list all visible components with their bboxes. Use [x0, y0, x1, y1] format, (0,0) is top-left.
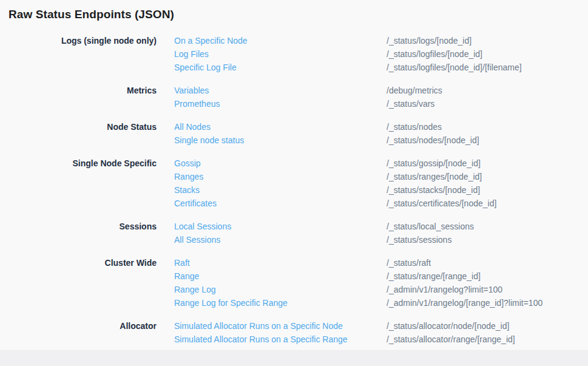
- endpoint-link[interactable]: Certificates: [174, 197, 387, 210]
- endpoint-row: Variables/debug/metrics: [174, 84, 588, 97]
- endpoint-row: Range Log for Specific Range/_admin/v1/r…: [174, 296, 588, 310]
- endpoint-row: Local Sessions/_status/local_sessions: [174, 220, 588, 233]
- endpoint-path: /_status/sessions: [387, 233, 451, 246]
- endpoint-link[interactable]: Raft: [174, 256, 387, 269]
- endpoint-path: /_admin/v1/rangelog?limit=100: [387, 283, 502, 296]
- category-label: Single Node Specific: [8, 157, 157, 170]
- endpoint-rows: On a Specific Node/_status/logs/[node_id…: [174, 34, 588, 74]
- endpoint-link[interactable]: Ranges: [174, 170, 387, 183]
- page-title: Raw Status Endpoints (JSON): [8, 8, 588, 21]
- endpoint-rows: All Nodes/_status/nodesSingle node statu…: [174, 120, 588, 147]
- endpoint-path: /_status/logfiles/[node_id]/[filename]: [387, 61, 522, 74]
- endpoint-path: /_status/logfiles/[node_id]: [387, 47, 482, 61]
- endpoint-link[interactable]: Specific Log File: [174, 61, 387, 74]
- category-label: Node Status: [8, 120, 157, 134]
- endpoint-section: MetricsVariables/debug/metricsPrometheus…: [8, 84, 588, 110]
- category-label: Cluster Wide: [8, 256, 157, 269]
- endpoint-path: /_status/range/[range_id]: [387, 269, 481, 283]
- endpoint-path: /_status/allocator/node/[node_id]: [387, 319, 509, 333]
- endpoint-link[interactable]: Local Sessions: [174, 220, 387, 233]
- endpoint-row: Range/_status/range/[range_id]: [174, 269, 588, 283]
- category-label: Allocator: [8, 319, 157, 333]
- category-label: Metrics: [8, 84, 157, 97]
- endpoint-section: Cluster WideRaft/_status/raftRange/_stat…: [8, 256, 588, 310]
- endpoint-section: Single Node SpecificGossip/_status/gossi…: [8, 157, 588, 210]
- endpoint-path: /_status/gossip/[node_id]: [387, 157, 481, 170]
- endpoint-section-list: Logs (single node only)On a Specific Nod…: [8, 34, 588, 346]
- endpoint-link[interactable]: Prometheus: [174, 97, 387, 110]
- endpoint-row: All Nodes/_status/nodes: [174, 120, 588, 134]
- endpoint-section: Node StatusAll Nodes/_status/nodesSingle…: [8, 120, 588, 147]
- endpoint-row: Specific Log File/_status/logfiles/[node…: [174, 61, 588, 74]
- endpoint-row: All Sessions/_status/sessions: [174, 233, 588, 246]
- endpoint-link[interactable]: Single node status: [174, 134, 387, 147]
- endpoint-row: Raft/_status/raft: [174, 256, 588, 269]
- endpoint-row: Stacks/_status/stacks/[node_id]: [174, 183, 588, 197]
- endpoint-rows: Local Sessions/_status/local_sessionsAll…: [174, 220, 588, 246]
- endpoint-path: /_status/allocator/range/[range_id]: [387, 333, 515, 346]
- endpoint-link[interactable]: Variables: [174, 84, 387, 97]
- endpoint-row: Ranges/_status/ranges/[node_id]: [174, 170, 588, 183]
- endpoint-path: /_status/stacks/[node_id]: [387, 183, 480, 197]
- endpoint-row: Gossip/_status/gossip/[node_id]: [174, 157, 588, 170]
- endpoint-row: Log Files/_status/logfiles/[node_id]: [174, 47, 588, 61]
- endpoint-path: /_status/ranges/[node_id]: [387, 170, 482, 183]
- endpoint-path: /_status/local_sessions: [387, 220, 474, 233]
- endpoint-path: /_status/nodes: [387, 120, 442, 134]
- endpoint-path: /debug/metrics: [387, 84, 442, 97]
- endpoint-path: /_status/certificates/[node_id]: [387, 197, 496, 210]
- endpoint-link[interactable]: Log Files: [174, 47, 387, 61]
- category-label: Logs (single node only): [8, 34, 157, 47]
- endpoint-row: Range Log/_admin/v1/rangelog?limit=100: [174, 283, 588, 296]
- category-label: Sessions: [8, 220, 157, 233]
- endpoint-link[interactable]: All Sessions: [174, 233, 387, 246]
- endpoint-path: /_status/vars: [387, 97, 434, 110]
- endpoint-rows: Variables/debug/metricsPrometheus/_statu…: [174, 84, 588, 110]
- endpoint-rows: Raft/_status/raftRange/_status/range/[ra…: [174, 256, 588, 310]
- endpoint-path: /_admin/v1/rangelog/[range_id]?limit=100: [387, 296, 542, 310]
- endpoint-link[interactable]: Simulated Allocator Runs on a Specific N…: [174, 319, 387, 333]
- endpoint-section: Logs (single node only)On a Specific Nod…: [8, 34, 588, 74]
- endpoint-link[interactable]: Gossip: [174, 157, 387, 170]
- endpoint-link[interactable]: On a Specific Node: [174, 34, 387, 47]
- endpoint-rows: Simulated Allocator Runs on a Specific N…: [174, 319, 588, 346]
- footer-band: [0, 350, 588, 366]
- endpoint-row: Certificates/_status/certificates/[node_…: [174, 197, 588, 210]
- endpoint-section: SessionsLocal Sessions/_status/local_ses…: [8, 220, 588, 246]
- endpoint-link[interactable]: Range Log for Specific Range: [174, 296, 387, 310]
- endpoint-rows: Gossip/_status/gossip/[node_id]Ranges/_s…: [174, 157, 588, 210]
- endpoint-row: On a Specific Node/_status/logs/[node_id…: [174, 34, 588, 47]
- endpoint-row: Simulated Allocator Runs on a Specific N…: [174, 319, 588, 333]
- endpoint-row: Prometheus/_status/vars: [174, 97, 588, 110]
- endpoint-link[interactable]: Stacks: [174, 183, 387, 197]
- endpoint-link[interactable]: All Nodes: [174, 120, 387, 134]
- endpoint-link[interactable]: Range Log: [174, 283, 387, 296]
- endpoint-path: /_status/raft: [387, 256, 431, 269]
- endpoint-link[interactable]: Range: [174, 269, 387, 283]
- endpoint-section: AllocatorSimulated Allocator Runs on a S…: [8, 319, 588, 346]
- raw-status-endpoints-page: Raw Status Endpoints (JSON) Logs (single…: [0, 0, 588, 350]
- endpoint-row: Simulated Allocator Runs on a Specific R…: [174, 333, 588, 346]
- endpoint-row: Single node status/_status/nodes/[node_i…: [174, 134, 588, 147]
- endpoint-path: /_status/logs/[node_id]: [387, 34, 471, 47]
- endpoint-link[interactable]: Simulated Allocator Runs on a Specific R…: [174, 333, 387, 346]
- endpoint-path: /_status/nodes/[node_id]: [387, 134, 479, 147]
